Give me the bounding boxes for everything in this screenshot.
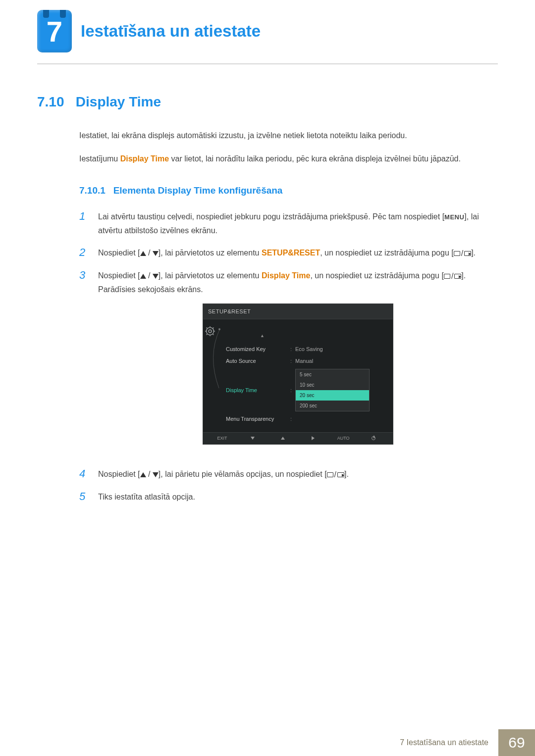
osd-exit-label: EXIT: [215, 435, 230, 442]
svg-line-8: [213, 334, 214, 335]
osd-arc-decoration: [203, 322, 226, 425]
osd-power-icon: [366, 436, 381, 440]
menu-button-label: MENU: [444, 213, 464, 221]
osd-footer-buttons: EXIT AUTO: [203, 432, 393, 444]
steps-list: 1 Lai atvērtu taustiņu ceļvedi, nospiedi…: [37, 210, 498, 504]
osd-title: SETUP&RESET: [203, 304, 393, 320]
chapter-header: 7 Iestatīšana un atiestate: [37, 10, 498, 64]
intro-paragraph-2: Iestatījumu Display Time var lietot, lai…: [37, 152, 498, 165]
osd-row-auto-source: Auto Source : Manual: [226, 355, 393, 367]
up-triangle-icon: [140, 472, 146, 477]
chapter-badge: 7: [37, 10, 72, 52]
step-number: 5: [79, 490, 89, 504]
osd-row-display-time: Display Time : 5 sec 10 sec 20 sec 200 s…: [226, 367, 393, 413]
step-3: 3 Nospiediet [ / ], lai pārvietotos uz e…: [79, 269, 498, 458]
osd-option-200sec: 200 sec: [296, 401, 369, 411]
svg-point-0: [218, 328, 220, 330]
step-number: 1: [79, 210, 89, 237]
step-2: 2 Nospiediet [ / ], lai pārvietotos uz e…: [79, 246, 498, 260]
down-triangle-icon: [153, 251, 159, 256]
step-5: 5 Tiks iestatīta atlasītā opcija.: [79, 490, 498, 504]
intro-paragraph-1: Iestatiet, lai ekrāna displejs automātis…: [37, 129, 498, 142]
osd-option-20sec: 20 sec: [296, 390, 369, 401]
step-1: 1 Lai atvērtu taustiņu ceļvedi, nospiedi…: [79, 210, 498, 237]
osd-down-icon: [245, 437, 260, 440]
osd-option-5sec: 5 sec: [296, 369, 369, 380]
down-triangle-icon: [153, 274, 159, 279]
highlight-display-time: Display Time: [262, 271, 310, 280]
svg-line-7: [207, 328, 208, 329]
svg-line-10: [207, 334, 208, 335]
gear-icon: [205, 326, 215, 336]
highlight-setup-reset: SETUP&RESET: [262, 249, 320, 257]
up-triangle-icon: [140, 251, 146, 256]
osd-menu-list: ▲ Customized Key : Eco Saving Auto Sourc…: [226, 322, 393, 425]
enter-icon: /: [327, 468, 344, 481]
chapter-number: 7: [47, 15, 62, 48]
enter-icon: /: [454, 247, 471, 260]
osd-up-icon: [275, 437, 290, 440]
footer-page-number: 69: [498, 729, 535, 756]
highlight-display-time: Display Time: [120, 154, 169, 163]
section-number: 7.10: [37, 94, 64, 109]
subsection-number: 7.10.1: [79, 185, 106, 196]
up-triangle-icon: [140, 274, 146, 279]
subsection-title: Elementa Display Time konfigurēšana: [113, 185, 283, 196]
svg-line-9: [213, 328, 214, 329]
footer-chapter-label: 7 Iestatīšana un atiestate: [390, 729, 498, 756]
osd-row-menu-transparency: Menu Transparency :: [226, 413, 393, 425]
section-title: Display Time: [76, 94, 161, 109]
page-footer: 7 Iestatīšana un atiestate 69: [0, 729, 535, 756]
step-4: 4 Nospiediet [ / ], lai pārietu pie vēla…: [79, 467, 498, 481]
osd-panel: SETUP&RESET: [203, 303, 393, 445]
subsection-heading: 7.10.1 Elementa Display Time konfigurēša…: [79, 185, 498, 196]
down-triangle-icon: [153, 472, 159, 477]
osd-screenshot: SETUP&RESET: [98, 303, 498, 445]
svg-point-2: [209, 330, 212, 333]
osd-scroll-up-icon: ▲: [226, 332, 393, 340]
step-number: 3: [79, 269, 89, 458]
section-heading: 7.10 Display Time: [37, 94, 498, 110]
step-number: 4: [79, 467, 89, 481]
step-number: 2: [79, 246, 89, 260]
chapter-title: Iestatīšana un atiestate: [81, 22, 261, 41]
osd-row-customized-key: Customized Key : Eco Saving: [226, 343, 393, 355]
osd-right-icon: [306, 436, 321, 440]
osd-dropdown: 5 sec 10 sec 20 sec 200 sec: [295, 369, 370, 411]
enter-icon: /: [444, 269, 461, 283]
osd-auto-label: AUTO: [336, 435, 351, 442]
osd-option-10sec: 10 sec: [296, 380, 369, 390]
